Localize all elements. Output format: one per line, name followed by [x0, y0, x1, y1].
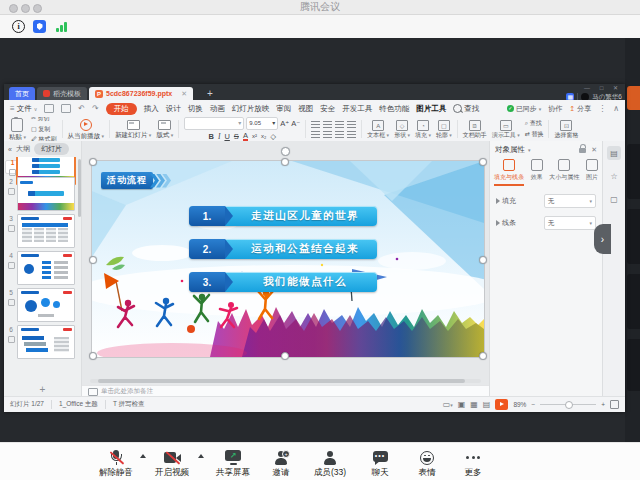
tab-fill-line[interactable]: 填充与线条	[494, 159, 524, 186]
zoom-slider[interactable]	[540, 404, 596, 406]
collapse-ribbon-icon[interactable]: ∧	[613, 104, 619, 113]
number-list-icon[interactable]	[323, 131, 332, 138]
highlight-button[interactable]: ◇	[270, 133, 276, 140]
video-options-caret[interactable]	[195, 441, 207, 480]
collaborate-button[interactable]: 协作	[548, 104, 562, 114]
start-video-button[interactable]: 开启视频	[149, 447, 195, 477]
tab-template[interactable]: 稻壳模板	[37, 87, 87, 100]
layout-button[interactable]: 版式 ▾	[156, 120, 173, 139]
fit-to-window-icon[interactable]	[610, 400, 619, 409]
display-mode-icon[interactable]: ▭▾	[443, 401, 453, 409]
strikethrough-button[interactable]: S	[234, 133, 239, 140]
tab-picture[interactable]: 图片	[586, 159, 598, 186]
selection-pane-button[interactable]: ⊡选择窗格	[554, 120, 578, 138]
selection-handle-se[interactable]	[479, 352, 487, 360]
line-spacing-icon[interactable]	[335, 131, 344, 138]
bold-button[interactable]: B	[209, 133, 214, 140]
slide-list-item-1[interactable]: 1. 走进山区儿童的世界	[189, 206, 377, 226]
cut-button[interactable]: ✂ 剪切	[31, 117, 57, 123]
doc-assistant-button[interactable]: 🗎文档助手	[463, 120, 487, 138]
increase-font-icon[interactable]: A⁺	[280, 120, 289, 127]
find-menu[interactable]: 查找	[453, 104, 479, 114]
new-slide-button[interactable]: 新建幻灯片 ▾	[115, 120, 151, 139]
outline-button[interactable]: ▢轮廓 ▾	[436, 120, 452, 138]
decrease-font-icon[interactable]: A⁻	[291, 120, 300, 127]
selection-handle-n[interactable]	[281, 158, 289, 166]
menu-review[interactable]: 审阅	[276, 104, 291, 114]
underline-button[interactable]: U	[224, 133, 229, 140]
find-button[interactable]: ⌕ 查找	[525, 119, 544, 128]
align-right-icon[interactable]	[335, 121, 344, 128]
properties-dock-icon[interactable]: ▤	[607, 146, 621, 160]
menu-insert[interactable]: 插入	[144, 104, 159, 114]
shape-button[interactable]: ◇形状 ▾	[394, 120, 410, 138]
slide-thumbnail-4[interactable]: 4	[5, 251, 79, 285]
subscript-button[interactable]: x₂	[261, 133, 266, 140]
copy-button[interactable]: ▢ 复制	[31, 125, 57, 134]
panel-scrollbar[interactable]	[78, 159, 81, 217]
bullet-list-icon[interactable]	[311, 131, 320, 138]
more-vert-icon[interactable]: ⋮	[598, 104, 606, 113]
zoom-out-button[interactable]: −	[531, 401, 535, 408]
italic-button[interactable]: I	[218, 133, 221, 140]
fill-section-toggle[interactable]: 填充	[496, 196, 516, 206]
font-size-select[interactable]: 9.05▾	[246, 117, 278, 130]
favorites-dock-icon[interactable]: ☆	[607, 169, 621, 183]
file-menu[interactable]: ≡文件∨	[10, 104, 37, 114]
slide-list-item-3[interactable]: 3. 我们能做点什么	[189, 272, 377, 292]
slide-thumbnail-5[interactable]: 5	[5, 288, 79, 322]
textbox-button[interactable]: A文本框 ▾	[367, 120, 389, 138]
theme-name[interactable]: 1_Office 主题	[59, 400, 98, 409]
present-tools-button[interactable]: ▭演示工具 ▾	[492, 120, 520, 138]
close-panel-icon[interactable]: ✕	[591, 146, 597, 154]
tab-effects[interactable]: 效果	[531, 159, 543, 186]
menu-devtools[interactable]: 开发工具	[342, 104, 372, 114]
new-tab-button[interactable]: +	[201, 87, 219, 100]
menu-picture-tools[interactable]: 图片工具	[416, 104, 446, 114]
slides-dock-icon[interactable]: ▢	[607, 192, 621, 206]
network-signal-icon[interactable]	[56, 22, 67, 32]
align-center-icon[interactable]	[323, 121, 332, 128]
meeting-shield-protect-icon[interactable]	[33, 20, 46, 33]
menu-slideshow[interactable]: 幻灯片放映	[232, 104, 270, 114]
tab-document[interactable]: P 5cdc867236f59.pptx ✕	[89, 87, 193, 100]
tab-home[interactable]: 首页	[9, 87, 35, 100]
fill-button[interactable]: ◔填充 ▾	[415, 120, 431, 138]
close-tab-icon[interactable]: ✕	[181, 90, 187, 98]
line-select[interactable]: 无▾	[544, 216, 596, 230]
menu-view[interactable]: 视图	[298, 104, 313, 114]
outline-tab[interactable]: 大纲	[16, 144, 30, 154]
selection-handle-ne[interactable]	[479, 158, 487, 166]
panel-expander-button[interactable]: ›	[594, 224, 611, 254]
rotation-handle[interactable]	[281, 147, 290, 156]
slideshow-play-button[interactable]	[495, 399, 508, 410]
indent-icon[interactable]	[347, 131, 356, 138]
paste-button[interactable]: 粘贴 ▾	[9, 118, 26, 141]
slide-thumbnail-3[interactable]: 3	[5, 214, 79, 248]
selection-handle-nw[interactable]	[89, 158, 97, 166]
slide-thumbnail-6[interactable]: 6	[5, 325, 79, 359]
selection-handle-w[interactable]	[89, 256, 97, 264]
menu-design[interactable]: 设计	[166, 104, 181, 114]
reading-view-icon[interactable]: ▤	[483, 401, 491, 409]
invite-button[interactable]: + 邀请	[259, 447, 303, 477]
meeting-info-icon[interactable]: i	[12, 20, 25, 33]
font-color-button[interactable]: A	[243, 132, 248, 141]
zoom-slider-knob[interactable]	[565, 401, 573, 409]
zoom-in-button[interactable]: +	[601, 401, 605, 408]
font-name-select[interactable]: ▾	[184, 117, 244, 130]
pin-panel-icon[interactable]	[579, 148, 586, 153]
cloud-sync-status[interactable]: ✓已同步▾	[507, 104, 542, 114]
undo-icon[interactable]: ↶	[78, 104, 85, 113]
play-from-current-button[interactable]: 从当前播放 ▾	[68, 119, 104, 140]
emoji-button[interactable]: 表情	[403, 447, 451, 477]
print-icon[interactable]	[61, 104, 71, 113]
normal-view-icon[interactable]: ▣	[458, 401, 466, 409]
menu-security[interactable]: 安全	[320, 104, 335, 114]
slide-thumbnail-1[interactable]: 1	[5, 160, 57, 174]
selection-handle-e[interactable]	[479, 256, 487, 264]
redo-icon[interactable]: ↷	[92, 104, 99, 113]
align-left-icon[interactable]	[311, 121, 320, 128]
superscript-button[interactable]: x²	[252, 133, 257, 140]
selection-handle-s[interactable]	[281, 352, 289, 360]
